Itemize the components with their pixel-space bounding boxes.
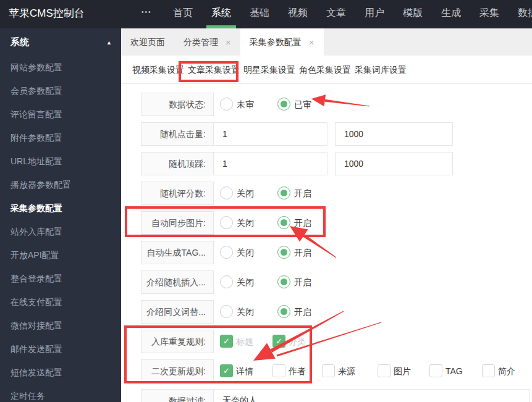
sidebar-item[interactable]: 开放API配置 bbox=[0, 243, 121, 267]
tab[interactable]: 采集参数配置× bbox=[240, 28, 324, 56]
topnav-item[interactable]: 基础 bbox=[250, 0, 269, 28]
checkbox-checked[interactable]: ✓ bbox=[220, 335, 233, 348]
checkbox-unchecked[interactable] bbox=[482, 364, 495, 377]
form-row: 数据过滤: bbox=[121, 389, 532, 402]
tab-close-icon[interactable]: × bbox=[226, 38, 231, 47]
topnav-item[interactable]: 模版 bbox=[403, 0, 423, 28]
checkbox-unchecked[interactable] bbox=[272, 364, 285, 377]
checkbox-option-label[interactable]: 详情 bbox=[236, 359, 253, 383]
checkbox-unchecked[interactable] bbox=[322, 364, 335, 377]
radio-unchecked[interactable] bbox=[220, 216, 233, 229]
radio-option-label[interactable]: 开启 bbox=[294, 211, 311, 235]
tab-close-icon[interactable]: × bbox=[309, 38, 315, 47]
sidebar: 系统 ▲ 网站参数配置会员参数配置评论留言配置附件参数配置URL地址配置播放器参… bbox=[0, 28, 121, 402]
radio-option-label[interactable]: 开启 bbox=[294, 300, 311, 324]
sidebar-item[interactable]: 采集参数配置 bbox=[0, 196, 121, 220]
sidebar-item[interactable]: 网站参数配置 bbox=[0, 56, 121, 79]
text-input[interactable] bbox=[213, 152, 327, 175]
radio-unchecked[interactable] bbox=[220, 246, 233, 259]
text-input[interactable] bbox=[213, 389, 530, 402]
sidebar-item[interactable]: 播放器参数配置 bbox=[0, 173, 121, 196]
sidebar-item[interactable]: 短信发送配置 bbox=[0, 361, 121, 384]
tab-bar: 欢迎页面分类管理×采集参数配置× bbox=[121, 28, 532, 56]
radio-unchecked[interactable] bbox=[220, 98, 233, 111]
topnav-item[interactable]: 数据 bbox=[518, 0, 532, 28]
radio-unchecked[interactable] bbox=[220, 186, 233, 199]
radio-option-label[interactable]: 关闭 bbox=[237, 182, 254, 205]
radio-option-label[interactable]: 开启 bbox=[294, 182, 311, 205]
text-input[interactable] bbox=[213, 122, 327, 146]
topnav-item[interactable]: 用户 bbox=[365, 0, 384, 28]
radio-checked[interactable] bbox=[277, 246, 290, 259]
checkbox-option-label[interactable]: 图片 bbox=[394, 359, 411, 383]
radio-option-label[interactable]: 关闭 bbox=[237, 270, 254, 294]
field-label: 介绍同义词替... bbox=[141, 300, 214, 324]
radio-option-label[interactable]: 未审 bbox=[237, 93, 254, 116]
topnav-item[interactable]: 文章 bbox=[326, 0, 346, 28]
sidebar-item[interactable]: 微信对接配置 bbox=[0, 314, 121, 337]
topnav-item[interactable]: 首页 bbox=[173, 0, 193, 28]
tab-label: 采集参数配置 bbox=[250, 28, 302, 56]
subtab[interactable]: 视频采集设置 bbox=[132, 56, 184, 83]
sidebar-item[interactable]: 附件参数配置 bbox=[0, 126, 121, 149]
subtab[interactable]: 文章采集设置 bbox=[188, 56, 240, 83]
radio-checked[interactable] bbox=[277, 275, 290, 288]
top-bar: 苹果CMS控制台 ••• 首页系统基础视频文章用户模版生成采集数据 bbox=[0, 0, 532, 28]
sidebar-group-header[interactable]: 系统 ▲ bbox=[0, 28, 121, 56]
field-label: 二次更新规则: bbox=[141, 359, 214, 383]
subtab[interactable]: 明星采集设置 bbox=[243, 56, 295, 83]
checkbox-option-label[interactable]: 作者 bbox=[289, 359, 306, 383]
radio-option-label[interactable]: 开启 bbox=[294, 241, 311, 264]
checkbox-option-label[interactable]: 来源 bbox=[338, 359, 355, 383]
radio-option-label[interactable]: 开启 bbox=[294, 270, 311, 294]
sidebar-item[interactable]: 整合登录配置 bbox=[0, 267, 121, 290]
menu-dots-icon[interactable]: ••• bbox=[141, 0, 152, 25]
radio-checked[interactable] bbox=[277, 216, 290, 229]
checkbox-option-label[interactable]: TAG bbox=[445, 359, 463, 383]
sidebar-menu: 网站参数配置会员参数配置评论留言配置附件参数配置URL地址配置播放器参数配置采集… bbox=[0, 56, 121, 402]
sidebar-item[interactable]: 定时任务 bbox=[0, 384, 121, 402]
checkbox-option-label[interactable]: 简介 bbox=[498, 359, 515, 383]
collapse-caret-icon: ▲ bbox=[106, 29, 112, 56]
sidebar-item[interactable]: 邮件发送配置 bbox=[0, 337, 121, 361]
sidebar-item[interactable]: 站外入库配置 bbox=[0, 220, 121, 243]
sidebar-item[interactable]: 会员参数配置 bbox=[0, 79, 121, 103]
sidebar-item[interactable]: URL地址配置 bbox=[0, 149, 121, 173]
top-nav: 首页系统基础视频文章用户模版生成采集数据 bbox=[173, 0, 532, 28]
tab[interactable]: 欢迎页面 bbox=[121, 28, 174, 56]
subtab[interactable]: 角色采集设置 bbox=[299, 56, 351, 83]
radio-unchecked[interactable] bbox=[220, 275, 233, 288]
topnav-item[interactable]: 系统 bbox=[211, 0, 231, 28]
subtab[interactable]: 采集词库设置 bbox=[355, 56, 407, 83]
form-row: 入库重复规则:✓标题✓分类 bbox=[121, 330, 532, 353]
topnav-item[interactable]: 采集 bbox=[479, 0, 499, 28]
radio-unchecked[interactable] bbox=[220, 305, 233, 318]
radio-option-label[interactable]: 关闭 bbox=[237, 300, 254, 324]
field-label: 数据过滤: bbox=[141, 389, 214, 402]
text-input[interactable] bbox=[335, 152, 453, 175]
app-window: 苹果CMS控制台 ••• 首页系统基础视频文章用户模版生成采集数据 系统 ▲ 网… bbox=[0, 0, 532, 402]
checkbox-checked[interactable]: ✓ bbox=[220, 364, 233, 377]
tab[interactable]: 分类管理× bbox=[174, 28, 240, 56]
radio-checked[interactable] bbox=[277, 98, 290, 111]
checkbox-option-label[interactable]: 标题 bbox=[236, 330, 253, 353]
radio-checked[interactable] bbox=[277, 305, 290, 318]
radio-checked[interactable] bbox=[277, 186, 290, 199]
radio-option-label[interactable]: 关闭 bbox=[237, 241, 254, 264]
text-input[interactable] bbox=[335, 122, 453, 146]
checkbox-unchecked[interactable] bbox=[378, 364, 391, 377]
form-row: 介绍随机插入...关闭开启 bbox=[121, 270, 532, 294]
topnav-item[interactable]: 生成 bbox=[441, 0, 461, 28]
checkbox-option-label[interactable]: 分类 bbox=[289, 330, 306, 353]
sidebar-item[interactable]: 评论留言配置 bbox=[0, 103, 121, 126]
radio-option-label[interactable]: 已审 bbox=[294, 93, 311, 116]
field-label: 自动生成TAG... bbox=[141, 241, 214, 264]
topnav-item[interactable]: 视频 bbox=[288, 0, 308, 28]
sidebar-item[interactable]: 在线支付配置 bbox=[0, 290, 121, 314]
form-row: 随机评分数:关闭开启 bbox=[121, 182, 532, 205]
radio-option-label[interactable]: 关闭 bbox=[237, 211, 254, 235]
field-label: 随机顶踩: bbox=[141, 152, 214, 175]
checkbox-unchecked[interactable] bbox=[429, 364, 442, 377]
field-label: 自动同步图片: bbox=[141, 211, 214, 235]
checkbox-checked[interactable]: ✓ bbox=[272, 335, 285, 348]
